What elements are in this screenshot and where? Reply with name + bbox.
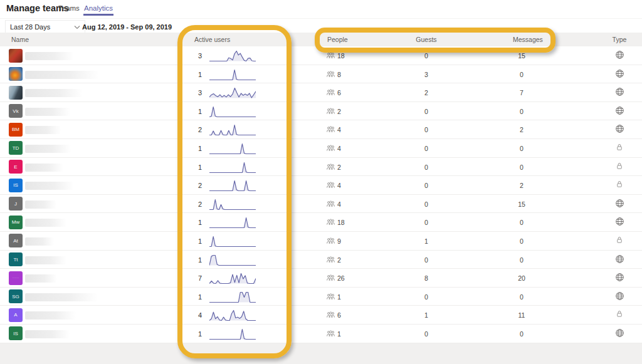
active-users-sparkline bbox=[209, 216, 256, 229]
table-row[interactable]: J 2 4 0 15 bbox=[0, 195, 642, 214]
people-group-icon bbox=[327, 52, 335, 59]
globe-icon bbox=[615, 50, 624, 60]
avatar: BM bbox=[9, 123, 23, 137]
avatar: Mw bbox=[9, 216, 23, 229]
active-users-sparkline bbox=[209, 179, 256, 192]
team-name-redacted bbox=[25, 274, 57, 283]
active-users-count: 1 bbox=[191, 330, 202, 338]
globe-icon bbox=[615, 217, 624, 226]
table-row[interactable]: 1 8 3 0 bbox=[0, 65, 642, 84]
avatar bbox=[9, 49, 23, 63]
people-group-icon bbox=[327, 311, 335, 318]
people-group-icon bbox=[327, 145, 335, 152]
table-row[interactable]: 3 18 0 15 bbox=[0, 46, 642, 65]
avatar: SG bbox=[9, 289, 23, 303]
active-users-count: 2 bbox=[191, 126, 202, 133]
team-name-redacted bbox=[25, 293, 98, 301]
guests-count: 0 bbox=[409, 126, 444, 133]
guests-count: 1 bbox=[409, 311, 444, 319]
active-users-sparkline bbox=[209, 49, 256, 62]
people-group-icon bbox=[327, 164, 335, 170]
people-count: 8 bbox=[337, 71, 341, 78]
guests-count: 0 bbox=[409, 293, 444, 301]
active-users-sparkline bbox=[209, 123, 256, 136]
guests-count: 0 bbox=[409, 330, 444, 338]
guests-count: 0 bbox=[409, 256, 444, 264]
active-tab-underline bbox=[83, 14, 113, 16]
messages-count: 7 bbox=[505, 89, 538, 96]
people-group-icon bbox=[327, 274, 335, 281]
active-users-count: 1 bbox=[191, 256, 202, 264]
people-group-icon bbox=[327, 89, 335, 96]
active-users-sparkline bbox=[209, 105, 256, 118]
active-users-count: 1 bbox=[191, 108, 202, 115]
people-count: 1 bbox=[337, 330, 341, 338]
guests-count: 0 bbox=[409, 52, 444, 60]
globe-icon bbox=[615, 69, 624, 78]
messages-count: 0 bbox=[505, 145, 538, 152]
table-row[interactable]: 3 6 2 7 bbox=[0, 83, 642, 102]
avatar: ······ bbox=[9, 271, 23, 285]
people-count: 2 bbox=[337, 164, 341, 171]
table-header: Name Active users People Guests Messages… bbox=[0, 33, 642, 46]
messages-count: 11 bbox=[505, 311, 538, 319]
table-row[interactable]: ······ 7 26 8 20 bbox=[0, 269, 642, 288]
active-users-count: 7 bbox=[191, 274, 202, 282]
people-group-icon bbox=[327, 237, 335, 244]
tab-teams[interactable]: Teams bbox=[58, 4, 80, 12]
tab-analytics[interactable]: Analytics bbox=[84, 4, 113, 12]
active-users-sparkline bbox=[209, 235, 256, 247]
guests-count: 0 bbox=[409, 108, 444, 115]
messages-count: 15 bbox=[505, 200, 538, 208]
team-name-redacted bbox=[25, 219, 66, 227]
table-row[interactable]: Vk 1 2 0 0 bbox=[0, 102, 642, 121]
active-users-count: 1 bbox=[191, 145, 202, 152]
active-users-sparkline bbox=[209, 272, 256, 284]
globe-icon bbox=[615, 199, 624, 208]
team-name-redacted bbox=[25, 311, 76, 320]
avatar: At bbox=[9, 234, 23, 247]
people-count: 4 bbox=[337, 182, 341, 189]
messages-count: 0 bbox=[505, 330, 538, 338]
team-name-redacted bbox=[25, 126, 61, 134]
active-users-sparkline bbox=[209, 254, 256, 266]
globe-icon bbox=[615, 328, 624, 338]
globe-icon bbox=[615, 106, 624, 115]
active-users-sparkline bbox=[209, 68, 256, 81]
team-name-redacted bbox=[25, 52, 74, 60]
active-users-count: 2 bbox=[191, 200, 202, 208]
messages-count: 0 bbox=[505, 71, 538, 78]
avatar: A bbox=[9, 308, 23, 322]
manage-teams-screen: Manage teams Teams Analytics Last 28 Day… bbox=[0, 0, 642, 364]
active-users-count: 2 bbox=[191, 182, 202, 189]
column-header-people: People bbox=[327, 36, 348, 43]
avatar: Vk bbox=[9, 104, 23, 118]
table-row[interactable]: Tt 1 2 0 0 bbox=[0, 251, 642, 269]
date-range-dropdown-value: Last 28 Days bbox=[10, 23, 50, 31]
table-row[interactable]: Mw 1 18 0 0 bbox=[0, 213, 642, 232]
people-group-icon bbox=[327, 126, 335, 133]
people-count: 6 bbox=[337, 311, 341, 319]
date-range-dropdown[interactable]: Last 28 Days bbox=[5, 20, 85, 34]
active-users-sparkline bbox=[209, 291, 256, 303]
table-row[interactable]: SG 1 1 0 0 bbox=[0, 288, 642, 306]
avatar bbox=[9, 67, 23, 81]
globe-icon bbox=[615, 87, 624, 96]
guests-count: 0 bbox=[409, 219, 444, 226]
active-users-count: 1 bbox=[191, 71, 202, 78]
team-name-redacted bbox=[25, 108, 70, 116]
avatar: J bbox=[9, 197, 23, 211]
active-users-sparkline bbox=[209, 309, 256, 321]
table-row[interactable]: A 4 6 1 11 bbox=[0, 306, 642, 325]
chevron-down-icon bbox=[74, 25, 80, 29]
active-users-sparkline bbox=[209, 86, 256, 99]
column-header-name: Name bbox=[11, 36, 29, 43]
people-count: 18 bbox=[337, 219, 345, 226]
table-row[interactable]: At 1 9 1 0 bbox=[0, 232, 642, 251]
table-row[interactable]: BM 2 4 0 2 bbox=[0, 120, 642, 139]
table-row[interactable]: IS 1 1 0 0 bbox=[0, 325, 642, 343]
table-row[interactable]: IS 2 4 0 2 bbox=[0, 176, 642, 195]
table-row[interactable]: E 1 2 0 0 bbox=[0, 158, 642, 177]
messages-count: 15 bbox=[505, 52, 538, 60]
table-row[interactable]: TD 1 4 0 0 bbox=[0, 139, 642, 158]
